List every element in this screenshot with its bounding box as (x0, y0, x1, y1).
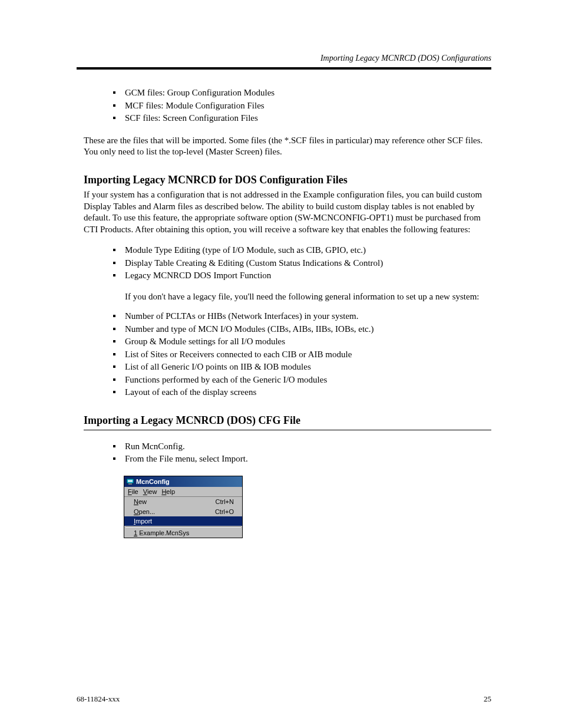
app-icon (126, 477, 134, 485)
list-item: List of all Generic I/O points on IIB & … (117, 361, 491, 373)
list-item: Legacy MCNRCD DOS Import Function (117, 270, 491, 282)
list-item: From the File menu, select Import. (117, 453, 491, 465)
mcnconfig-window: McnConfig File View Help New Ctrl+N Open… (124, 476, 243, 538)
shortcut-label: Ctrl+N (216, 498, 234, 506)
menu-item-open[interactable]: Open... Ctrl+O (124, 507, 242, 516)
config-info-paragraph: If your system has a configuration that … (84, 189, 491, 235)
list-item: Run McnConfig. (117, 441, 491, 453)
list-item: SCF files: Screen Configuration Files (117, 113, 491, 124)
footer-left: 68-11824-xxx (77, 694, 120, 704)
footer-page-number: 25 (484, 694, 491, 704)
menu-item-recent-file[interactable]: 1 Example.McnSys (124, 528, 242, 538)
import-steps-list: Run McnConfig. From the File menu, selec… (84, 441, 491, 465)
menu-view[interactable]: View (143, 487, 157, 496)
legacy-note: If you don't have a legacy file, you'll … (84, 291, 491, 303)
section-import-cfg-title: Importing a Legacy MCNRCD (DOS) CFG File (84, 414, 491, 427)
menu-help[interactable]: Help (161, 487, 175, 496)
intro-file-types-list: GCM files: Group Configuration Modules M… (84, 87, 491, 124)
menu-file[interactable]: File (128, 487, 138, 496)
shortcut-label: Ctrl+O (215, 508, 234, 516)
menubar: File View Help (124, 487, 242, 497)
window-titlebar[interactable]: McnConfig (124, 476, 242, 487)
svg-rect-2 (128, 483, 132, 485)
svg-rect-1 (128, 480, 133, 482)
list-item: Module Type Editing (type of I/O Module,… (117, 245, 491, 256)
menu-separator (125, 526, 241, 528)
list-item: GCM files: Group Configuration Modules (117, 87, 491, 99)
list-item: Functions performed by each of the Gener… (117, 374, 491, 386)
menu-item-import[interactable]: Import (124, 516, 242, 526)
list-item: List of Sites or Receivers connected to … (117, 349, 491, 361)
page-header: Importing Legacy MCNRCD (DOS) Configurat… (77, 53, 491, 64)
list-item: Display Table Creating & Editing (Custom… (117, 258, 491, 269)
list-item: MCF files: Module Configuration Files (117, 100, 491, 112)
list-item: Number and type of MCN I/O Modules (CIBs… (117, 324, 491, 335)
section-importing-legacy-title: Importing Legacy MCNRCD for DOS Configur… (84, 173, 491, 187)
list-item: Number of PCLTAs or HIBs (Network Interf… (117, 311, 491, 322)
header-divider (77, 67, 491, 70)
section-divider (84, 430, 491, 430)
list-item: Group & Module settings for all I/O modu… (117, 336, 491, 348)
list-item: Layout of each of the display screens (117, 387, 491, 398)
page-footer: 68-11824-xxx 25 (77, 694, 491, 704)
system-requirements-list: Number of PCLTAs or HIBs (Network Interf… (84, 311, 491, 398)
features-list: Module Type Editing (type of I/O Module,… (84, 245, 491, 282)
menu-item-new[interactable]: New Ctrl+N (124, 497, 242, 506)
window-title: McnConfig (136, 477, 170, 486)
intro-note: These are the files that will be importe… (84, 135, 491, 158)
